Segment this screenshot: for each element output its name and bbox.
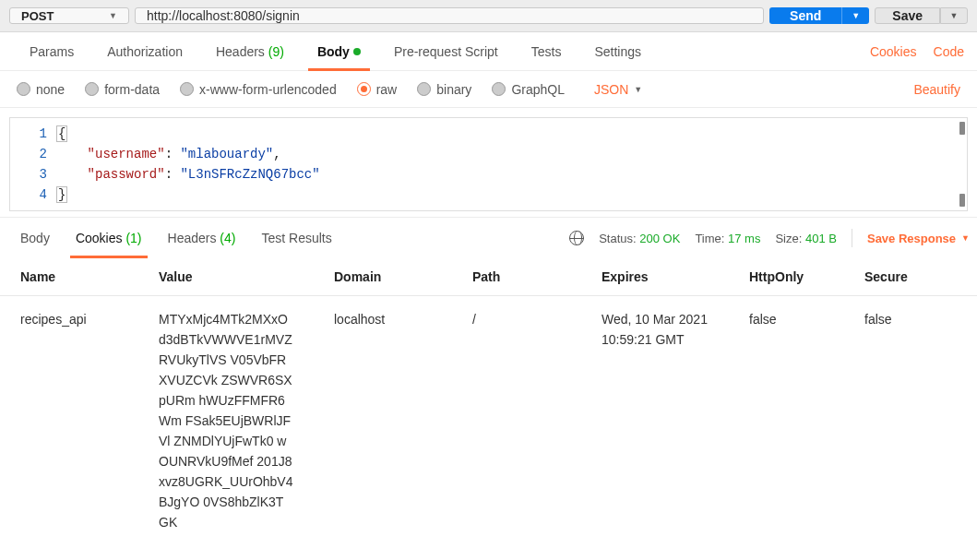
- cell-httponly: false: [729, 296, 844, 546]
- json-comma: ,: [273, 147, 280, 161]
- code-link[interactable]: Code: [934, 44, 964, 59]
- save-response-label: Save Response: [867, 232, 956, 245]
- tab-settings[interactable]: Settings: [578, 32, 658, 70]
- radio-graphql[interactable]: GraphQL: [492, 82, 565, 97]
- brace-close: }: [56, 186, 67, 203]
- dot-icon: [353, 48, 361, 55]
- tab-prerequest-label: Pre-request Script: [394, 44, 498, 59]
- tabs-right-links: Cookies Code: [870, 44, 964, 59]
- radio-xform-label: x-www-form-urlencoded: [199, 82, 337, 97]
- scrollbar-icon: [959, 122, 965, 135]
- col-path: Path: [452, 258, 581, 296]
- cell-value: MTYxMjc4MTk2MXxOd3dBTkVWWVE1rMVZRVUkyTlV…: [138, 296, 314, 546]
- json-key: "password": [88, 167, 165, 182]
- radio-xform[interactable]: x-www-form-urlencoded: [180, 82, 337, 97]
- col-secure: Secure: [844, 258, 977, 296]
- radio-icon: [180, 82, 194, 96]
- beautify-link[interactable]: Beautify: [913, 82, 960, 97]
- radio-graphql-label: GraphQL: [511, 82, 565, 97]
- send-button[interactable]: Send: [769, 7, 841, 24]
- body-type-row: none form-data x-www-form-urlencoded raw…: [0, 71, 977, 108]
- radio-raw-label: raw: [376, 82, 398, 97]
- resp-tab-body[interactable]: Body: [7, 218, 63, 258]
- chevron-down-icon: ▼: [950, 11, 959, 20]
- json-value: "L3nSFRcZzNQ67bcc": [180, 167, 319, 182]
- resp-tab-headers-count: (4): [220, 231, 235, 245]
- line-number: 3: [10, 164, 47, 185]
- table-row[interactable]: recipes_api MTYxMjc4MTk2MXxOd3dBTkVWWVE1…: [0, 296, 977, 546]
- tab-params[interactable]: Params: [13, 32, 90, 70]
- save-label: Save: [892, 8, 923, 23]
- size-label: Size:: [775, 232, 802, 245]
- url-value: http://localhost:8080/signin: [147, 8, 300, 23]
- resp-tab-testresults[interactable]: Test Results: [248, 218, 344, 258]
- radio-binary[interactable]: binary: [417, 82, 471, 97]
- cookies-table: Name Value Domain Path Expires HttpOnly …: [0, 258, 977, 545]
- radio-formdata-label: form-data: [104, 82, 160, 97]
- divider: [852, 229, 852, 247]
- json-value: "mlabouardy": [180, 147, 273, 161]
- editor-wrap: 1 2 3 4 { "username": "mlabouardy", "pas…: [0, 108, 977, 218]
- send-group: Send ▼: [769, 7, 869, 24]
- brace-open: {: [56, 125, 67, 142]
- raw-language-select[interactable]: JSON ▼: [594, 82, 642, 97]
- chevron-down-icon: ▼: [634, 85, 642, 94]
- json-sep: :: [165, 147, 181, 161]
- resp-tab-cookies[interactable]: Cookies (1): [63, 218, 155, 258]
- time-value: 17 ms: [728, 232, 760, 245]
- resp-tab-body-label: Body: [20, 231, 50, 245]
- tab-authorization-label: Authorization: [107, 44, 183, 59]
- method-value: POST: [21, 9, 54, 23]
- col-value: Value: [138, 258, 314, 296]
- method-select[interactable]: POST ▼: [9, 7, 129, 24]
- save-group: Save ▼: [875, 7, 968, 24]
- response-bar: Body Cookies (1) Headers (4) Test Result…: [0, 218, 977, 258]
- radio-icon: [85, 82, 99, 96]
- radio-raw[interactable]: raw: [357, 82, 398, 97]
- chevron-down-icon: ▼: [109, 11, 117, 20]
- code-area[interactable]: { "username": "mlabouardy", "password": …: [56, 118, 967, 210]
- request-bar: POST ▼ http://localhost:8080/signin Send…: [0, 0, 977, 32]
- cell-name: recipes_api: [0, 296, 138, 546]
- save-button[interactable]: Save: [875, 7, 940, 24]
- tab-body[interactable]: Body: [301, 32, 377, 70]
- status-label: Status:: [599, 232, 636, 245]
- radio-binary-label: binary: [436, 82, 471, 97]
- json-key: "username": [88, 147, 165, 161]
- tab-tests[interactable]: Tests: [515, 32, 578, 70]
- radio-formdata[interactable]: form-data: [85, 82, 160, 97]
- json-editor[interactable]: 1 2 3 4 { "username": "mlabouardy", "pas…: [9, 117, 968, 211]
- radio-none[interactable]: none: [17, 82, 65, 97]
- tab-prerequest[interactable]: Pre-request Script: [377, 32, 515, 70]
- status-value: 200 OK: [639, 232, 680, 245]
- send-dropdown[interactable]: ▼: [841, 7, 869, 24]
- resp-tab-cookies-label: Cookies: [76, 231, 123, 245]
- radio-icon: [357, 82, 371, 96]
- size-group: Size: 401 B: [775, 232, 837, 245]
- radio-icon: [417, 82, 431, 96]
- resp-tab-cookies-count: (1): [125, 231, 141, 245]
- status-group: Status: 200 OK: [599, 232, 680, 245]
- col-httponly: HttpOnly: [729, 258, 844, 296]
- resp-tab-testresults-label: Test Results: [261, 231, 331, 245]
- resp-tab-headers[interactable]: Headers (4): [155, 218, 249, 258]
- tab-params-label: Params: [30, 44, 74, 59]
- tab-headers[interactable]: Headers (9): [199, 32, 301, 70]
- radio-none-label: none: [36, 82, 65, 97]
- chevron-down-icon: ▼: [852, 11, 860, 20]
- gutter: 1 2 3 4: [10, 118, 56, 210]
- radio-icon: [492, 82, 506, 96]
- cookies-link[interactable]: Cookies: [870, 44, 917, 59]
- url-input[interactable]: http://localhost:8080/signin: [135, 7, 764, 24]
- save-dropdown[interactable]: ▼: [940, 7, 968, 24]
- save-response-button[interactable]: Save Response ▼: [867, 232, 970, 245]
- globe-icon[interactable]: [569, 231, 584, 245]
- tab-tests-label: Tests: [531, 44, 562, 59]
- tab-authorization[interactable]: Authorization: [90, 32, 199, 70]
- tab-body-label: Body: [317, 44, 350, 59]
- tab-headers-label: Headers: [216, 44, 265, 59]
- resp-tab-headers-label: Headers: [168, 231, 217, 245]
- time-group: Time: 17 ms: [695, 232, 760, 245]
- time-label: Time:: [695, 232, 724, 245]
- tab-headers-count: (9): [268, 44, 284, 59]
